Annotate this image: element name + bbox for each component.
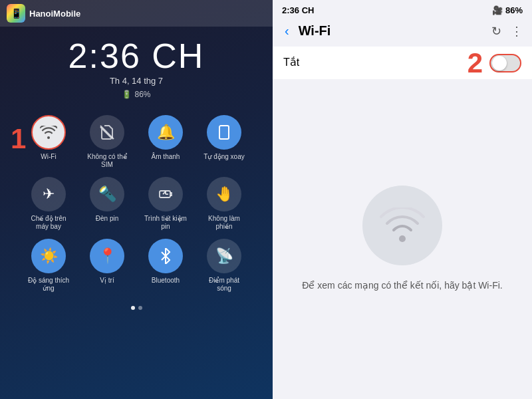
auto-rotate-icon[interactable] <box>207 115 241 150</box>
wifi-header: ‹ Wi-Fi ↻ ⋮ <box>273 18 532 47</box>
battery-saver-label: Trình tiết kiệmpin <box>144 215 187 231</box>
brand-logo: 📱 <box>7 4 25 23</box>
quick-item-battery-saver[interactable]: Trình tiết kiệmpin <box>139 177 192 231</box>
no-sim-label: Không có thểSIM <box>87 153 126 169</box>
sound-label: Âm thanh <box>152 153 180 161</box>
wifi-toggle-row: Tắt <box>273 47 414 78</box>
date-display: Th 4, 14 thg 7 <box>110 76 163 86</box>
step-label-2: 2 <box>467 49 483 77</box>
quick-item-wifi[interactable]: Wi-Fi <box>22 115 75 169</box>
camera-icon: 🎥 <box>492 5 503 15</box>
more-icon[interactable]: ⋮ <box>511 24 523 39</box>
status-right: 🎥 86% <box>492 5 523 15</box>
quick-item-auto-rotate[interactable]: Tự động xoay <box>198 115 251 169</box>
dnd-label: Không làmphiền <box>208 215 240 231</box>
quick-item-sound[interactable]: 🔔 Âm thanh <box>139 115 192 169</box>
time-display: 2:36 CH <box>68 39 205 73</box>
status-time: 2:36 CH <box>282 5 314 15</box>
auto-rotate-label: Tự động xoay <box>203 153 244 161</box>
quick-item-location[interactable]: 📍 Vị trí <box>80 239 134 293</box>
bluetooth-label: Bluetooth <box>152 277 180 285</box>
wifi-empty-text: Để xem các mạng có thể kết nối, hãy bật … <box>302 279 502 293</box>
quick-item-bluetooth[interactable]: Bluetooth <box>139 239 192 293</box>
toggle-label: Tắt <box>283 56 299 68</box>
quick-item-dnd[interactable]: 🤚 Không làmphiền <box>198 177 251 231</box>
status-bar: 2:36 CH 🎥 86% <box>273 0 532 18</box>
right-panel: 2:36 CH 🎥 86% ‹ Wi-Fi ↻ ⋮ Tắt 2 <box>273 0 532 399</box>
brand-bar: 📱 HanoiMobile <box>0 0 273 27</box>
svg-point-7 <box>399 235 406 242</box>
dot-2 <box>138 306 142 310</box>
battery-saver-icon[interactable] <box>148 177 183 211</box>
dnd-icon[interactable]: 🤚 <box>207 177 241 211</box>
time-section: 2:36 CH Th 4, 14 thg 7 🔋 86% <box>68 27 205 106</box>
quick-settings-grid: Wi-Fi Không có thểSIM 🔔 Âm thanh <box>11 108 261 299</box>
step-label-1: 1 <box>11 125 26 153</box>
left-panel: 📱 HanoiMobile 1 2:36 CH Th 4, 14 thg 7 🔋… <box>0 0 273 399</box>
header-icons: ↻ ⋮ <box>491 24 523 39</box>
hotspot-icon[interactable]: 📡 <box>207 239 241 273</box>
battery-right: 86% <box>505 5 523 15</box>
dot-indicator <box>131 306 142 310</box>
toggle-knob <box>492 56 507 70</box>
flashlight-label: Đèn pin <box>96 215 118 223</box>
wifi-title: Wi-Fi <box>299 23 485 39</box>
wifi-toggle-switch[interactable] <box>489 54 521 72</box>
wifi-big-icon <box>362 186 442 265</box>
wifi-icon[interactable] <box>31 115 66 150</box>
brightness-label: Độ sáng thíchứng <box>28 277 69 293</box>
location-label: Vị trí <box>100 277 114 285</box>
quick-item-flashlight[interactable]: 🔦 Đèn pin <box>80 177 134 231</box>
no-sim-icon[interactable] <box>90 115 124 150</box>
flashlight-icon[interactable]: 🔦 <box>90 177 124 211</box>
refresh-icon[interactable]: ↻ <box>491 24 501 39</box>
brightness-icon[interactable]: ☀️ <box>31 239 66 273</box>
quick-item-airplane[interactable]: ✈ Chế độ trênmáy bay <box>22 177 75 231</box>
airplane-icon[interactable]: ✈ <box>31 177 66 211</box>
back-button[interactable]: ‹ <box>282 22 292 40</box>
brand-name: HanoiMobile <box>29 9 80 19</box>
quick-item-hotspot[interactable]: 📡 Điểm phátsóng <box>198 239 251 293</box>
wifi-empty-area: Để xem các mạng có thể kết nối, hãy bật … <box>273 79 532 399</box>
location-icon[interactable]: 📍 <box>90 239 124 273</box>
svg-rect-1 <box>219 126 229 139</box>
wifi-label: Wi-Fi <box>41 153 56 161</box>
airplane-label: Chế độ trênmáy bay <box>31 215 66 231</box>
sound-icon[interactable]: 🔔 <box>148 115 183 150</box>
battery-left: 🔋 86% <box>122 90 150 99</box>
quick-item-brightness[interactable]: ☀️ Độ sáng thíchứng <box>22 239 75 293</box>
hotspot-label: Điểm phátsóng <box>209 277 239 293</box>
bluetooth-icon[interactable] <box>148 239 183 273</box>
quick-item-no-sim[interactable]: Không có thểSIM <box>80 115 134 169</box>
dot-1 <box>131 306 135 310</box>
